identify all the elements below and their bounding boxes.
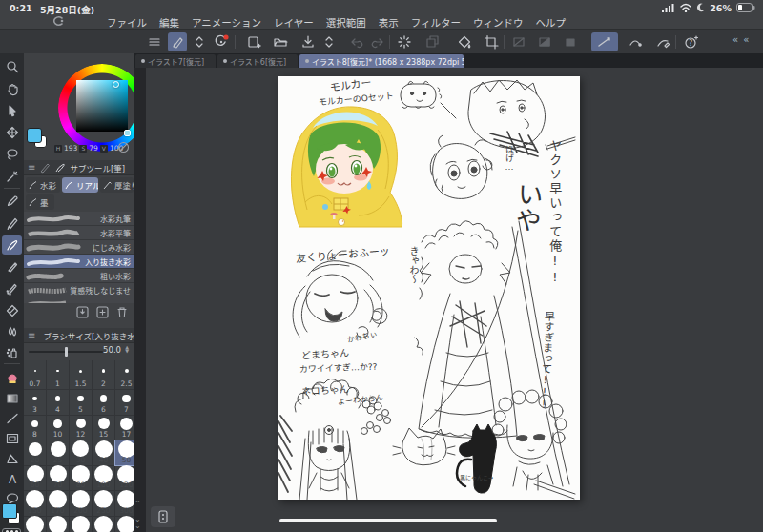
size-cell[interactable]: 20 <box>24 440 46 465</box>
brush-item[interactable]: 水彩平筆 <box>24 226 134 240</box>
menu-layer[interactable]: レイヤー <box>274 15 314 30</box>
sync-icon[interactable] <box>395 32 414 51</box>
size-cell[interactable]: 10 <box>47 416 69 440</box>
size-cell[interactable]: 6 <box>93 390 114 415</box>
duplicate-icon[interactable] <box>423 32 442 51</box>
main-color-swatch[interactable] <box>2 503 17 519</box>
hue-handle[interactable] <box>124 130 131 136</box>
snap-ruler-icon[interactable] <box>591 32 618 51</box>
size-cell[interactable]: 17 <box>115 416 134 440</box>
pencil-icon[interactable] <box>2 257 22 276</box>
lasso-icon[interactable] <box>2 145 22 164</box>
trash-icon[interactable] <box>116 306 128 318</box>
open-file-icon[interactable] <box>271 32 290 51</box>
menu-window[interactable]: ウィンドウ <box>473 15 524 30</box>
size-cell[interactable]: 5 <box>70 390 92 415</box>
chevron-updown-icon[interactable] <box>320 32 339 51</box>
help-icon[interactable]: ? <box>682 32 701 51</box>
redo-icon[interactable] <box>369 32 388 51</box>
size-cell[interactable]: 1.5 <box>70 360 92 389</box>
menu-filter[interactable]: フィルター <box>411 15 461 30</box>
subtool-panel-header[interactable]: ≡ サブツール[筆] <box>24 160 134 175</box>
horizontal-scrollbar[interactable] <box>279 519 497 522</box>
gradient-icon[interactable] <box>2 389 22 408</box>
tab-illust6[interactable]: イラスト6[復元] <box>217 54 298 68</box>
tab-illust8-active[interactable]: イラスト8[復元]* (1668 x 2388px 72dpi 55.9%) <box>299 54 464 68</box>
brush-icon[interactable] <box>2 235 22 255</box>
group-tab-atsunuri[interactable]: 厚塗り <box>100 177 134 193</box>
selection-fill-icon[interactable] <box>561 32 580 51</box>
group-tab-sumi[interactable]: 墨 <box>26 194 54 210</box>
undo-icon[interactable] <box>346 32 365 51</box>
stepper-icon[interactable]: ▲▼ <box>125 345 129 353</box>
clip-studio-app-icon[interactable] <box>212 32 231 51</box>
menu-selection[interactable]: 選択範囲 <box>326 15 366 30</box>
menu-help[interactable]: ヘルプ <box>536 15 567 30</box>
size-cell[interactable]: 1 <box>47 360 69 389</box>
operate-icon[interactable] <box>2 101 22 120</box>
new-canvas-icon[interactable] <box>244 32 263 51</box>
size-cell[interactable]: 100 <box>93 466 114 491</box>
decoration-icon[interactable] <box>2 368 22 387</box>
hand-icon[interactable] <box>2 79 22 98</box>
brush-item[interactable]: 質感残しなじませ <box>24 283 134 297</box>
size-cell[interactable]: 40 <box>93 440 114 465</box>
color-mode-icon[interactable] <box>117 141 130 153</box>
eyedropper-icon[interactable] <box>2 192 22 211</box>
size-cell[interactable]: 500 <box>47 517 69 532</box>
size-cell[interactable]: 12 <box>70 416 92 440</box>
size-cell[interactable]: 600 <box>70 517 92 532</box>
edge-keyboard-button[interactable] <box>151 506 175 527</box>
size-cell[interactable]: 700 <box>93 517 114 532</box>
size-cell-selected[interactable]: 50 <box>115 440 134 465</box>
import-brush-icon[interactable] <box>76 306 89 318</box>
crop-frame-icon[interactable] <box>482 32 501 51</box>
fill-bucket-icon[interactable] <box>455 32 474 51</box>
curve-edit-icon[interactable] <box>653 32 672 51</box>
brush-item[interactable]: にじみ水彩 <box>24 240 134 255</box>
size-cell[interactable]: 2.5 <box>115 360 134 389</box>
size-cell[interactable]: 7 <box>115 390 134 415</box>
airbrush-icon[interactable] <box>2 279 22 298</box>
size-cell[interactable]: 2 <box>93 360 114 389</box>
tool-tab-icon[interactable] <box>39 162 51 174</box>
panel-menu-icon[interactable]: ≡ <box>28 330 35 340</box>
palette-up-icon[interactable]: ⌃ <box>134 501 141 507</box>
text-icon[interactable]: A <box>2 469 22 488</box>
collapse-toolbar-icon[interactable]: « « <box>732 34 750 45</box>
eraser-icon[interactable] <box>2 301 22 320</box>
slider-handle[interactable] <box>65 347 68 357</box>
size-cell[interactable]: 25 <box>47 440 69 465</box>
polyline-icon[interactable] <box>2 449 22 468</box>
group-tab-suisai[interactable]: 水彩 <box>26 177 60 193</box>
size-cell[interactable]: 400 <box>24 517 46 532</box>
size-cell[interactable]: 300 <box>115 491 134 516</box>
zoom-icon[interactable] <box>2 57 22 76</box>
menu-animation[interactable]: アニメーション <box>192 15 261 30</box>
blend-icon[interactable] <box>2 322 22 341</box>
group-tab-real[interactable]: リアル <box>62 177 98 193</box>
selection-deselect-icon[interactable] <box>509 32 528 51</box>
sv-handle[interactable] <box>113 81 119 88</box>
export-icon[interactable] <box>299 32 318 51</box>
main-menu-icon[interactable] <box>145 32 164 51</box>
size-cell[interactable]: 120 <box>115 466 134 491</box>
chevron-updown-icon[interactable] <box>190 32 209 51</box>
spray-icon[interactable] <box>2 343 22 362</box>
frame-icon[interactable] <box>2 429 22 448</box>
canvas-page[interactable] <box>278 76 580 500</box>
auto-select-icon[interactable] <box>2 167 22 186</box>
size-cell[interactable]: 8 <box>24 416 46 440</box>
size-cell[interactable]: 0.7 <box>24 360 46 389</box>
panel-menu-icon[interactable]: ≡ <box>28 162 35 173</box>
size-cell[interactable]: 60 <box>24 466 46 491</box>
brush-size-panel-header[interactable]: ≡ ブラシサイズ[入り抜き水彩] <box>24 328 134 343</box>
size-cell[interactable]: 15 <box>93 416 114 440</box>
brush-size-value[interactable]: 50.0 <box>103 345 121 355</box>
move-icon[interactable] <box>2 123 22 142</box>
add-brush-icon[interactable] <box>96 306 109 318</box>
line-icon[interactable] <box>2 409 22 428</box>
size-cell[interactable]: 3 <box>24 390 46 415</box>
tab-illust7[interactable]: イラスト7[復元] <box>135 54 216 68</box>
size-cell[interactable]: 200 <box>70 491 92 516</box>
